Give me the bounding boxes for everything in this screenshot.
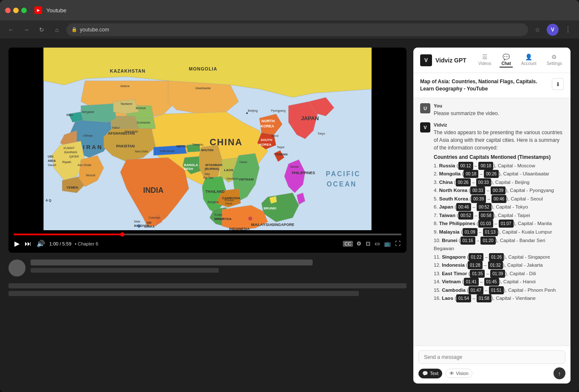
svg-text:Phnom: Phnom <box>225 199 234 202</box>
profile-button[interactable]: V <box>547 24 559 36</box>
svg-text:Saudi: Saudi <box>48 163 56 167</box>
list-item[interactable]: 13. East Timor (01:35 – 01:39), Capital … <box>434 270 564 278</box>
fullscreen-button[interactable]: ⛶ <box>394 240 401 248</box>
user-message-body: You Please summarize the video. <box>434 103 564 117</box>
nav-item-chat[interactable]: 💬 Chat <box>500 53 512 68</box>
list-item[interactable]: 12. Indonesia (01:28 – 01:32), Capital -… <box>434 261 564 270</box>
list-item[interactable]: 9. Malaysia (01:09 – 01:13), Capital - K… <box>434 228 564 237</box>
svg-text:Muscat: Muscat <box>86 174 95 177</box>
svg-text:ABIA: ABIA <box>48 159 56 163</box>
theater-button[interactable]: ▭ <box>374 240 381 248</box>
video-player[interactable]: PACIFIC OCEAN <box>8 48 407 253</box>
svg-text:BRUNEI: BRUNEI <box>263 206 276 210</box>
svg-text:Baku: Baku <box>66 113 73 116</box>
home-button[interactable]: ⌂ <box>51 24 63 36</box>
list-item[interactable]: 15. Cambodia (01:47 – 01:51), Capital - … <box>434 286 564 295</box>
chat-input[interactable] <box>418 350 565 364</box>
list-item[interactable]: 14. Vietnam (01:41 – 01:45), Capital - H… <box>434 278 564 286</box>
cast-button[interactable]: 📺 <box>383 240 392 248</box>
list-item[interactable]: 10. Brunei (01:16 – 01:20), Capital - Ba… <box>434 237 564 253</box>
forward-button[interactable]: → <box>20 24 32 36</box>
volume-button[interactable]: 🔊 <box>36 239 46 248</box>
svg-text:BHUTAN: BHUTAN <box>201 149 213 152</box>
svg-text:NEPAL: NEPAL <box>176 144 187 148</box>
download-button[interactable]: ⬇ <box>552 78 564 90</box>
account-label: Account <box>521 61 537 66</box>
maximize-button[interactable] <box>21 8 27 13</box>
videos-label: Videos <box>478 61 491 66</box>
vision-mode-button[interactable]: 👁 Vision <box>446 369 472 378</box>
svg-text:Beijing: Beijing <box>248 109 257 113</box>
user-message: U You Please summarize the video. <box>420 103 564 117</box>
list-item[interactable]: 3. China (00:26 – 00:33), Capital - Beij… <box>434 178 564 187</box>
videos-icon: ☰ <box>482 54 488 60</box>
menu-button[interactable]: ⋮ <box>562 24 574 36</box>
vidviz-intro-text: The video appears to be presenting the v… <box>434 129 564 152</box>
svg-text:Islamabad: Islamabad <box>124 130 138 133</box>
svg-text:Ulaanbaatar: Ulaanbaatar <box>195 87 211 90</box>
list-item[interactable]: 8. The Philippines (01:03 – 01:07), Capi… <box>434 220 564 228</box>
list-item[interactable]: 16. Laos (01:54 – 01:58), Capital - Vien… <box>434 294 564 303</box>
vidviz-icon: V <box>420 54 432 66</box>
user-message-text: Please summarize the video. <box>434 110 564 117</box>
send-button[interactable]: ↑ <box>554 367 565 379</box>
svg-text:QATAR: QATAR <box>69 155 79 158</box>
vision-mode-icon: 👁 <box>449 371 454 376</box>
bookmark-button[interactable]: ☆ <box>531 24 543 36</box>
subtitles-button[interactable]: CC <box>343 241 353 247</box>
nav-item-videos[interactable]: ☰ Videos <box>477 53 493 68</box>
text-mode-button[interactable]: 💬 Text <box>418 369 442 378</box>
svg-text:Pyi Taw: Pyi Taw <box>203 176 213 180</box>
list-item[interactable]: 4. North Korea (00:33 – 00:39), Capital … <box>434 186 564 195</box>
vidviz-nav: ☰ Videos 💬 Chat 👤 Account ⚙ Settings <box>477 53 564 68</box>
video-map: PACIFIC OCEAN <box>8 48 407 230</box>
settings-label: Settings <box>547 61 562 66</box>
play-button[interactable]: ▶ <box>14 239 20 248</box>
minimize-button[interactable] <box>13 8 19 13</box>
vidviz-header: V Vidviz GPT ☰ Videos 💬 Chat 👤 Account <box>413 48 571 73</box>
close-button[interactable] <box>5 8 11 13</box>
nav-bar: ← → ↻ ⌂ 🔒 youtube.com ☆ V ⋮ <box>0 20 579 39</box>
list-item[interactable]: 1. Russia (00:12 – 00:18), Capital - Mos… <box>434 162 564 170</box>
panel-video-title: Map of Asia: Countries, National Flags, … <box>413 73 571 98</box>
miniplayer-button[interactable]: ⊡ <box>365 240 371 248</box>
svg-text:KAZAKHSTAN: KAZAKHSTAN <box>110 68 146 73</box>
reload-button[interactable]: ↻ <box>36 24 48 36</box>
progress-dot <box>120 232 124 237</box>
nav-item-account[interactable]: 👤 Account <box>520 53 538 68</box>
list-item[interactable]: 6. Japan (00:46 – 00:52), Capital - Toky… <box>434 203 564 212</box>
address-bar[interactable]: 🔒 youtube.com <box>66 23 528 36</box>
svg-text:Bangkok: Bangkok <box>208 200 219 204</box>
url-text: youtube.com <box>80 27 109 33</box>
list-item[interactable]: 7. Taiwan (00:52 – 00:58), Capital - Tai… <box>434 212 564 220</box>
svg-text:DESH: DESH <box>184 167 193 171</box>
list-item[interactable]: 11. Singapore (01:22 – 01:26), Capital -… <box>434 253 564 262</box>
tab-title: Youtube <box>46 7 66 14</box>
progress-bar[interactable] <box>14 234 401 235</box>
time-display: 1:00 / 5:59 <box>49 241 71 246</box>
nav-item-settings[interactable]: ⚙ Settings <box>545 53 564 68</box>
svg-text:MONGOLIA: MONGOLIA <box>189 66 217 71</box>
chat-panel: V Vidviz GPT ☰ Videos 💬 Chat 👤 Account <box>413 48 571 384</box>
account-icon: 👤 <box>525 54 532 60</box>
skip-button[interactable]: ⏭ <box>24 239 32 248</box>
svg-text:Colombo: Colombo <box>149 216 161 219</box>
svg-text:Kuala: Kuala <box>215 213 222 216</box>
settings-video-button[interactable]: ⚙ <box>356 240 362 248</box>
svg-text:Seoul: Seoul <box>271 134 279 137</box>
progress-fill <box>14 234 122 235</box>
svg-text:INDONESIA: INDONESIA <box>229 227 250 230</box>
svg-text:TAIWAN: TAIWAN <box>275 152 288 156</box>
svg-text:Taipei: Taipei <box>277 146 285 149</box>
svg-text:New Delhi: New Delhi <box>135 150 148 153</box>
back-button[interactable]: ← <box>5 24 17 36</box>
list-item[interactable]: 5. South Korea (00:39 – 00:46), Capital … <box>434 195 564 203</box>
right-controls: CC ⚙ ⊡ ▭ 📺 ⛶ <box>343 240 401 248</box>
svg-text:I R A N: I R A N <box>83 144 102 150</box>
svg-text:Vientiane: Vientiane <box>226 177 238 180</box>
list-item[interactable]: 2. Mongolia (00:18 – 00:26), Capital - U… <box>434 170 564 178</box>
channel-avatar <box>8 259 25 276</box>
chat-icon: 💬 <box>503 54 510 60</box>
video-info <box>8 258 407 278</box>
lock-icon: 🔒 <box>71 27 77 32</box>
